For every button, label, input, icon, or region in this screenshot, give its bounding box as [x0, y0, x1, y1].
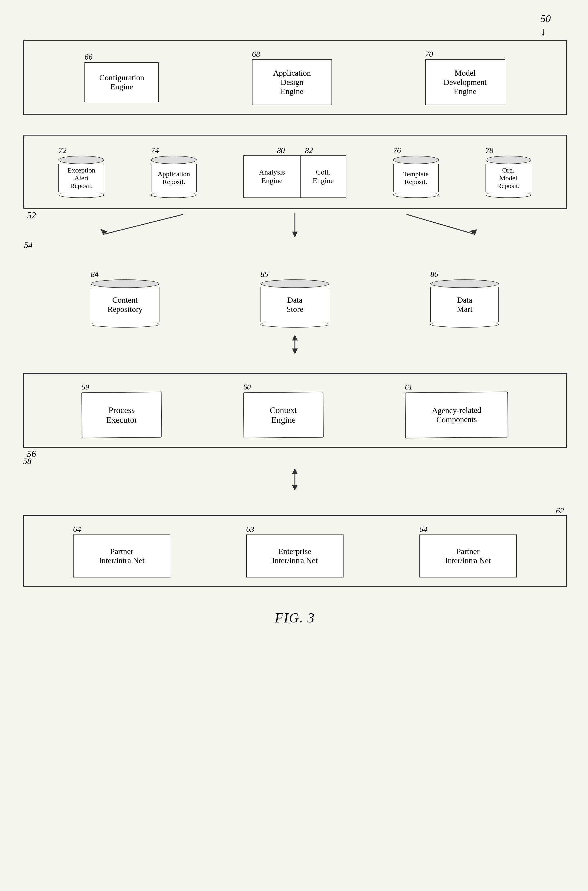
svg-marker-6: [292, 335, 298, 340]
svg-line-4: [406, 214, 475, 235]
cyl-body-86: DataMart: [430, 287, 499, 322]
comp-group-63: 63 EnterpriseInter/intra Net: [246, 525, 344, 578]
box-process-executor: ProcessExecutor: [82, 392, 162, 438]
box-agency-components: Agency-relatedComponents: [405, 391, 508, 438]
diagram-wrapper: 66 ConfigurationEngine 68 ApplicationDes…: [23, 40, 567, 626]
comp-group-72: 72 ExceptionAlertReposit.: [58, 146, 104, 198]
svg-marker-9: [292, 468, 298, 474]
comp-group-70: 70 ModelDevelopmentEngine: [425, 50, 505, 105]
box-coll-engine: Coll.Engine: [301, 155, 346, 198]
cylinder-content-repo: ContentRepository: [91, 279, 159, 328]
box-context-engine: ContextEngine: [243, 392, 324, 438]
box-configuration-engine: ConfigurationEngine: [84, 62, 159, 102]
comp-group-86: 86 DataMart: [430, 270, 499, 328]
section-4: 59 ProcessExecutor 60 ContextEngine 61: [23, 373, 567, 448]
svg-marker-11: [292, 485, 298, 491]
box-enterprise-net: EnterpriseInter/intra Net: [246, 534, 344, 578]
section-3-wrapper: 54 84 ContentRepository 85 DataS: [23, 240, 567, 333]
cylinder-application-reposit: ApplicationReposit.: [151, 156, 196, 198]
cyl-bot-74: [151, 192, 196, 198]
engine-pair: 80 82 AnalysisEngine Coll.Engine: [243, 146, 346, 198]
svg-line-0: [103, 214, 183, 235]
comp-group-66: 66 ConfigurationEngine: [84, 53, 159, 102]
comp-group-64b: 64 PartnerInter/intra Net: [419, 525, 517, 578]
label-66: 66: [84, 53, 93, 62]
cyl-top-84: [91, 279, 159, 288]
box-model-development-engine: ModelDevelopmentEngine: [425, 59, 505, 105]
section-5-wrapper: 62 64 PartnerInter/intra Net 63 Enterpri…: [23, 515, 567, 587]
cyl-top-78: [486, 156, 531, 164]
cyl-top-85: [261, 279, 329, 288]
arrow-bidir-s4-s5-svg: [284, 467, 306, 492]
label-68: 68: [252, 50, 260, 59]
arrows-s2-s3: [23, 212, 567, 240]
cyl-body-84: ContentRepository: [91, 287, 159, 322]
cyl-body-85: DataStore: [261, 287, 329, 322]
comp-group-60: 60 ContextEngine: [243, 383, 324, 438]
cyl-top-74: [151, 156, 196, 164]
comp-group-64a: 64 PartnerInter/intra Net: [73, 525, 170, 578]
cylinder-data-mart: DataMart: [430, 279, 499, 328]
text-configuration-engine: ConfigurationEngine: [99, 73, 144, 92]
cylinder-template-reposit: TemplateReposit.: [393, 156, 439, 198]
label-70: 70: [425, 50, 433, 59]
section-3-label: 54: [24, 240, 567, 250]
comp-group-80: 80 82 AnalysisEngine Coll.Engine: [243, 146, 346, 198]
figure-number-top: 50 ↓: [540, 13, 551, 38]
arrows-svg-s2-s3: [23, 212, 567, 240]
cyl-body-76: TemplateReposit.: [393, 164, 439, 192]
section-58-wrapper: 58: [23, 456, 567, 492]
cyl-top-76: [393, 156, 439, 164]
page: 50 ↓ 66 ConfigurationEngine 68 Applicati…: [0, 0, 588, 891]
cyl-body-72: ExceptionAlertReposit.: [58, 164, 104, 192]
arrow-s3-s4: [23, 333, 567, 356]
comp-group-61: 61 Agency-relatedComponents: [405, 383, 508, 438]
comp-group-85: 85 DataStore: [261, 270, 329, 328]
section-2: 72 ExceptionAlertReposit. 74 Application…: [23, 135, 567, 209]
cyl-bot-76: [393, 192, 439, 198]
svg-marker-8: [292, 349, 298, 354]
cylinder-exception-alert: ExceptionAlertReposit.: [58, 156, 104, 198]
section-62-label: 62: [556, 506, 564, 515]
section-3: 84 ContentRepository 85 DataStore: [23, 264, 567, 333]
box-analysis-engine: AnalysisEngine: [243, 155, 301, 198]
text-model-development-engine: ModelDevelopmentEngine: [443, 68, 487, 96]
section-5: 64 PartnerInter/intra Net 63 EnterpriseI…: [23, 515, 567, 587]
cyl-bot-72: [58, 192, 104, 198]
box-partner-net-right: PartnerInter/intra Net: [419, 534, 517, 578]
figure-caption: FIG. 3: [23, 610, 567, 626]
comp-group-59: 59 ProcessExecutor: [82, 383, 162, 438]
comp-group-68: 68 ApplicationDesignEngine: [252, 50, 332, 105]
section-58-label: 58: [23, 456, 567, 466]
top-section: 66 ConfigurationEngine 68 ApplicationDes…: [23, 40, 567, 114]
comp-group-78: 78 Org.ModelReposit.: [486, 146, 531, 198]
cyl-body-74: ApplicationReposit.: [151, 164, 196, 192]
box-application-design-engine: ApplicationDesignEngine: [252, 59, 332, 105]
comp-group-74: 74 ApplicationReposit.: [151, 146, 196, 198]
cyl-bot-84: [91, 321, 159, 328]
cyl-bot-78: [486, 192, 531, 198]
cyl-body-78: Org.ModelReposit.: [486, 164, 531, 192]
cyl-bot-86: [430, 321, 499, 328]
cyl-top-72: [58, 156, 104, 164]
svg-marker-3: [292, 232, 298, 237]
cyl-top-86: [430, 279, 499, 288]
section-4-wrapper: 59 ProcessExecutor 60 ContextEngine 61: [23, 373, 567, 448]
box-partner-net-left: PartnerInter/intra Net: [73, 534, 170, 578]
comp-group-80-82: 80 82 AnalysisEngine Coll.Engine: [243, 146, 346, 198]
arrow-s4-s5: [23, 467, 567, 492]
comp-group-76: 76 TemplateReposit.: [393, 146, 439, 198]
arrow-bidirectional-svg: [284, 333, 306, 356]
cylinder-org-model: Org.ModelReposit.: [486, 156, 531, 198]
cyl-bot-85: [261, 321, 329, 328]
comp-group-84: 84 ContentRepository: [91, 270, 159, 328]
text-application-design-engine: ApplicationDesignEngine: [273, 68, 311, 96]
cylinder-data-store: DataStore: [261, 279, 329, 328]
